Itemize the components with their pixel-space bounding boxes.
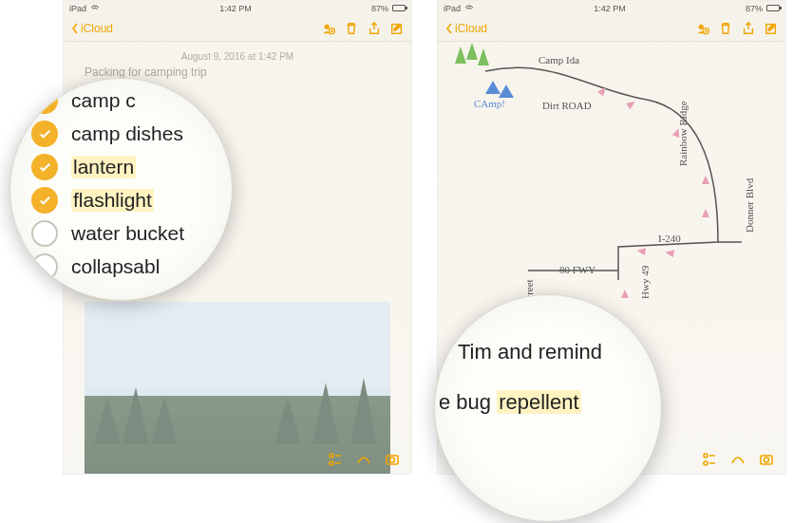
sketch-label: I-240 [658,233,681,244]
checklist-label-highlighted: flashlight [71,189,154,212]
magnifier-right: Tim and remind e bug repellent [434,294,662,522]
checklist-label: camp c [71,89,136,112]
note-timestamp: August 9, 2016 at 1:42 PM [64,42,411,65]
checklist-row[interactable]: camp dishes [31,121,211,147]
svg-point-7 [699,24,704,28]
share-icon[interactable] [368,22,381,35]
sketch-label: Donner Blvd [744,178,755,233]
checklist-label-highlighted: lantern [71,156,136,178]
checkbox-checked-icon[interactable] [31,154,58,180]
sketch-icon[interactable] [356,452,371,467]
trash-icon[interactable] [719,22,732,35]
svg-point-3 [330,454,333,458]
clock: 1:42 PM [594,4,626,13]
status-bar: iPad 1:42 PM 87% [438,1,785,15]
back-button[interactable]: iCloud [71,22,113,35]
checklist-row[interactable]: water bucket [31,220,211,247]
checklist-icon[interactable] [328,452,343,467]
checklist-label: water bucket [71,222,184,245]
svg-point-13 [765,458,769,462]
note-text: Tim and remind [458,340,602,364]
status-bar: iPad 1:42 PM 87% [64,1,411,15]
wifi-icon [90,5,100,12]
checklist-label: camp dishes [71,122,183,145]
checklist-row[interactable]: collapsabl [31,253,211,280]
collaborate-icon[interactable] [696,22,709,35]
checklist-row[interactable]: lantern [31,154,211,180]
wifi-icon [464,5,474,12]
battery-icon [766,5,780,11]
checklist-label: collapsabl [71,255,160,278]
compose-icon[interactable] [390,22,404,35]
battery-pct: 87% [746,4,763,13]
svg-point-4 [330,461,333,465]
svg-point-10 [704,454,708,458]
device-label: iPad [444,4,461,13]
battery-icon [392,5,406,11]
checkbox-unchecked-icon[interactable] [31,253,58,280]
checkbox-checked-icon[interactable] [31,121,58,147]
chevron-left-icon [71,23,79,34]
device-label: iPad [69,4,86,13]
svg-point-11 [704,461,708,465]
bottom-toolbar [64,445,411,474]
camera-icon[interactable] [385,452,400,467]
note-text-line: Tim and remind [458,327,661,378]
svg-point-6 [390,458,395,462]
note-title: Packing for camping trip [85,65,390,79]
checkbox-unchecked-icon[interactable] [31,220,58,247]
magnifier-left: camp c camp dishes lantern flashlight wa… [9,78,233,301]
clock: 1:42 PM [219,4,252,13]
sketch-path [476,62,742,280]
battery-pct: 87% [371,4,388,13]
checklist-icon[interactable] [702,452,717,467]
nav-bar: iCloud [64,15,411,42]
back-label: iCloud [81,22,113,35]
collaborate-icon[interactable] [322,22,335,35]
sketch-label: Hwy 49 [639,266,651,299]
chevron-left-icon [445,23,453,34]
trash-icon[interactable] [345,22,358,35]
camera-icon[interactable] [759,452,774,467]
sketch-icon[interactable] [730,452,746,467]
back-label: iCloud [455,22,487,35]
checklist-row[interactable]: flashlight [31,187,211,214]
sketch-label: 80 FWY [559,264,595,275]
share-icon[interactable] [742,22,755,35]
checkbox-checked-icon[interactable] [31,187,58,214]
back-button[interactable]: iCloud [445,22,487,35]
checkbox-checked-icon[interactable] [31,87,58,114]
note-text: e bug [439,390,497,414]
svg-point-0 [325,24,330,28]
nav-bar: iCloud [438,15,785,42]
compose-icon[interactable] [765,22,778,35]
note-text-line: e bug repellent [439,378,661,428]
note-text-highlighted: repellent [497,390,580,414]
